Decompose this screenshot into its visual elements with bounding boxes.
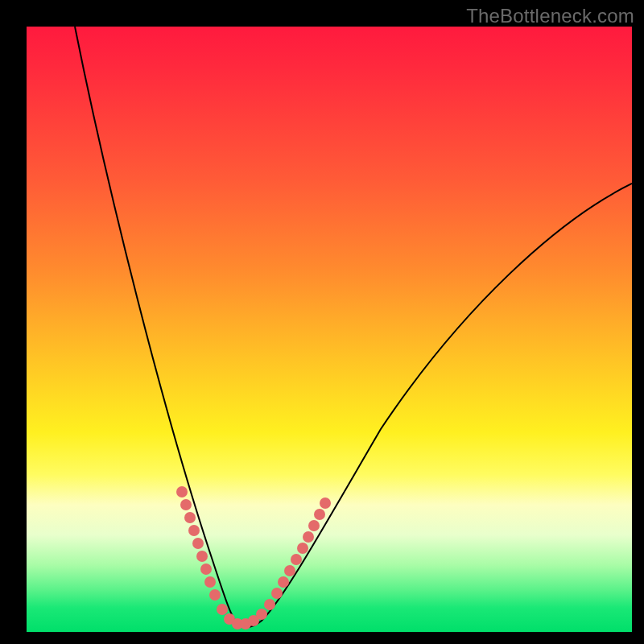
svg-point-1	[180, 499, 192, 510]
chart-frame: TheBottleneck.com	[0, 0, 644, 644]
svg-point-8	[209, 589, 221, 601]
highlight-points	[176, 486, 331, 630]
svg-point-3	[188, 525, 200, 536]
svg-point-16	[271, 588, 283, 599]
svg-point-18	[284, 565, 295, 576]
svg-point-0	[176, 486, 188, 497]
svg-point-5	[196, 551, 208, 562]
watermark-text: TheBottleneck.com	[466, 5, 634, 27]
svg-point-7	[204, 576, 216, 588]
svg-point-20	[297, 543, 308, 554]
svg-point-24	[320, 497, 331, 509]
svg-point-2	[184, 512, 196, 523]
svg-point-23	[314, 509, 325, 520]
svg-point-14	[256, 609, 267, 620]
svg-point-17	[278, 576, 289, 588]
svg-point-22	[308, 520, 320, 531]
svg-point-15	[264, 599, 275, 610]
plot-area	[27, 27, 632, 632]
svg-point-6	[200, 564, 212, 575]
curve-layer	[27, 27, 632, 632]
svg-point-4	[192, 538, 204, 549]
svg-point-9	[217, 604, 228, 615]
bottleneck-curve	[75, 27, 632, 627]
svg-point-19	[291, 554, 302, 565]
svg-point-21	[303, 531, 314, 543]
